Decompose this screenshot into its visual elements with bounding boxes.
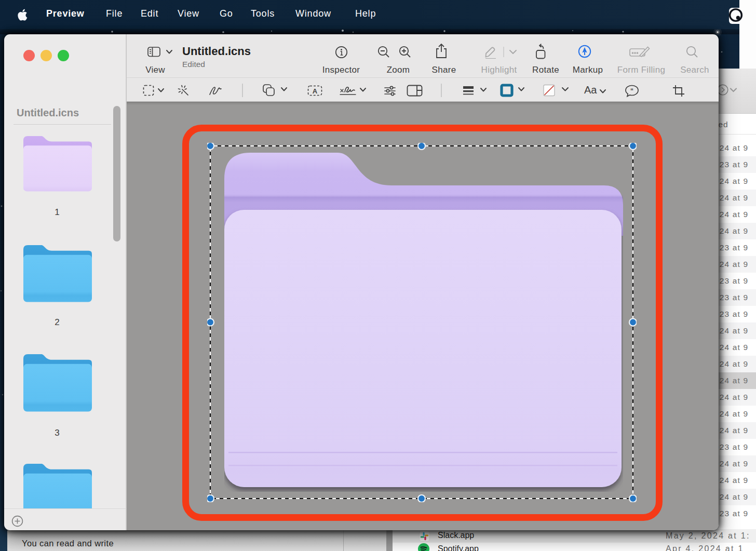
svg-text:A: A [313,87,318,95]
svg-text:“: “ [630,87,633,95]
